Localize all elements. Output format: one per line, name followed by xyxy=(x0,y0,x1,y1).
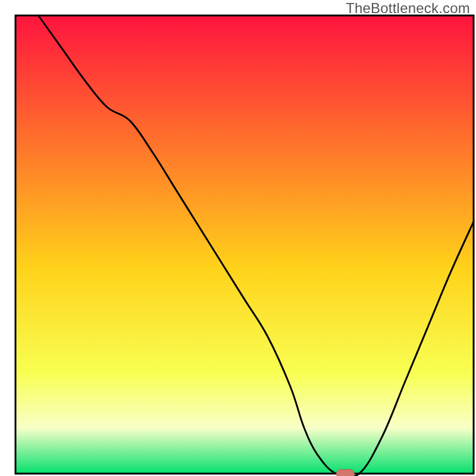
optimum-marker xyxy=(336,469,354,476)
watermark-text: TheBottleneck.com xyxy=(346,0,470,17)
bottleneck-chart xyxy=(0,0,476,476)
chart-container: { "watermark": "TheBottleneck.com", "col… xyxy=(0,0,476,476)
plot-background xyxy=(15,15,474,474)
